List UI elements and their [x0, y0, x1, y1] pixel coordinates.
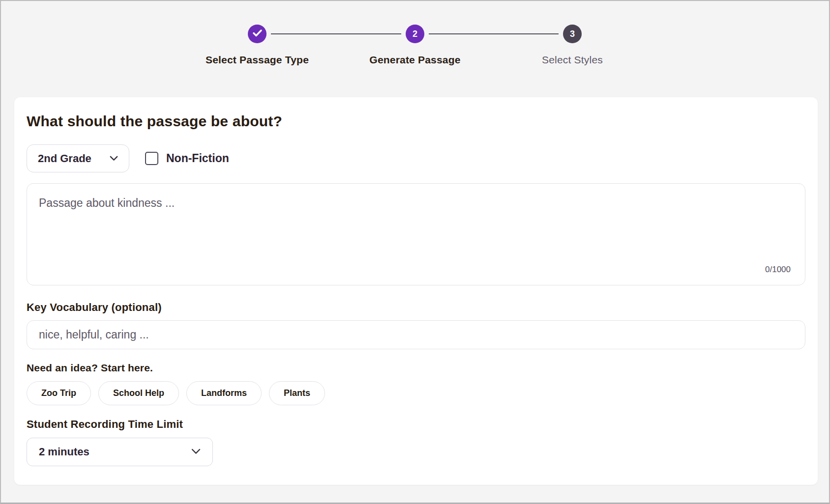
chevron-down-icon: [110, 154, 118, 163]
check-icon: [253, 29, 262, 39]
idea-pill-zoo-trip[interactable]: Zoo Trip: [27, 381, 91, 405]
idea-pill-school-help[interactable]: School Help: [98, 381, 179, 405]
idea-prompt-label: Need an idea? Start here.: [27, 362, 805, 374]
step-connector: [429, 33, 559, 34]
idea-pill-landforms[interactable]: Landforms: [186, 381, 262, 405]
time-limit-label: Student Recording Time Limit: [27, 418, 805, 431]
step-3-indicator[interactable]: 3: [563, 25, 582, 43]
grade-level-value: 2nd Grade: [38, 152, 91, 165]
time-limit-select[interactable]: 2 minutes: [27, 438, 213, 466]
page-title: What should the passage be about?: [27, 113, 805, 130]
step-2-indicator[interactable]: 2: [406, 25, 424, 43]
step-3-number: 3: [570, 29, 575, 39]
chevron-down-icon: [191, 448, 201, 456]
passage-prompt-field-wrap: 0/1000: [27, 183, 805, 285]
grade-and-type-row: 2nd Grade Non-Fiction: [27, 144, 805, 172]
character-counter: 0/1000: [765, 265, 791, 275]
step-connector: [271, 33, 401, 34]
nonfiction-checkbox-label: Non-Fiction: [166, 152, 229, 165]
generate-passage-card: What should the passage be about? 2nd Gr…: [14, 97, 818, 485]
key-vocabulary-input[interactable]: [27, 320, 805, 349]
step-2-label[interactable]: Generate Passage: [369, 54, 460, 66]
nonfiction-checkbox-row[interactable]: Non-Fiction: [145, 152, 229, 165]
passage-prompt-textarea[interactable]: [27, 183, 805, 285]
idea-pill-plants[interactable]: Plants: [269, 381, 325, 405]
step-1-indicator[interactable]: [248, 25, 267, 43]
idea-suggestions: Zoo Trip School Help Landforms Plants: [27, 381, 805, 405]
step-3-label[interactable]: Select Styles: [542, 54, 603, 66]
generate-passage-page: { "colors": { "accent_purple": "#6d2bb9"…: [0, 0, 830, 504]
time-limit-value: 2 minutes: [39, 446, 89, 458]
step-1-label[interactable]: Select Passage Type: [206, 54, 309, 66]
progress-stepper: 2 3 Select Passage Type Generate Passage…: [1, 1, 829, 80]
nonfiction-checkbox[interactable]: [145, 152, 158, 165]
step-2-number: 2: [413, 29, 417, 39]
grade-level-select[interactable]: 2nd Grade: [27, 144, 129, 172]
key-vocabulary-label: Key Vocabulary (optional): [27, 301, 805, 314]
